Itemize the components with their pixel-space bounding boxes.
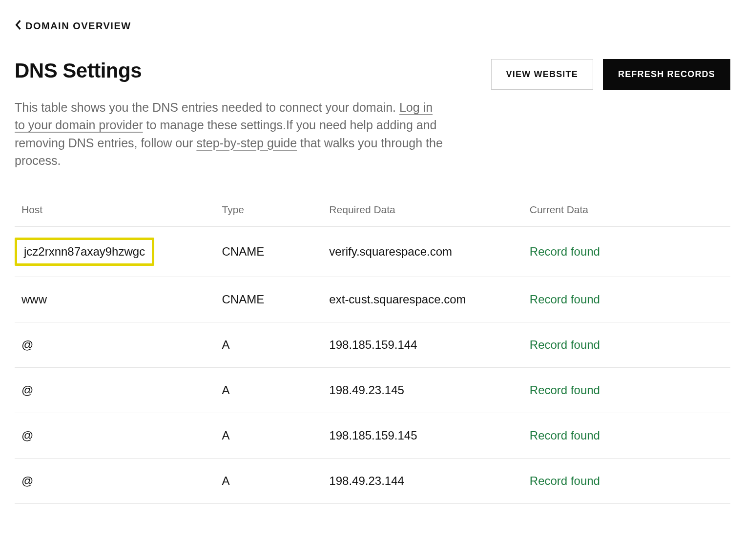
- table-row: jcz2rxnn87axay9hzwgcCNAMEverify.squaresp…: [15, 227, 730, 277]
- cell-host: @: [15, 413, 215, 459]
- view-website-button[interactable]: VIEW WEBSITE: [491, 59, 593, 90]
- cell-current-data: Record found: [523, 277, 730, 322]
- cell-current-data: Record found: [523, 413, 730, 459]
- cell-current-data: Record found: [523, 227, 730, 277]
- cell-type: A: [215, 368, 322, 413]
- cell-current-data: Record found: [523, 459, 730, 504]
- cell-type: A: [215, 459, 322, 504]
- chevron-left-icon: [15, 20, 21, 32]
- cell-required-data: verify.squarespace.com: [322, 227, 522, 277]
- table-row: @A198.49.23.145Record found: [15, 368, 730, 413]
- cell-current-data: Record found: [523, 368, 730, 413]
- dns-records-table: Host Type Required Data Current Data jcz…: [15, 196, 730, 504]
- description-text: This table shows you the DNS entries nee…: [15, 100, 399, 114]
- cell-host: @: [15, 322, 215, 368]
- cell-required-data: 198.49.23.145: [322, 368, 522, 413]
- breadcrumb-back[interactable]: DOMAIN OVERVIEW: [15, 20, 131, 32]
- cell-host: @: [15, 459, 215, 504]
- cell-host: www: [15, 277, 215, 322]
- cell-type: CNAME: [215, 227, 322, 277]
- cell-required-data: 198.185.159.144: [322, 322, 522, 368]
- cell-required-data: 198.185.159.145: [322, 413, 522, 459]
- table-header-required: Required Data: [322, 196, 522, 227]
- table-header-current: Current Data: [523, 196, 730, 227]
- table-header-host: Host: [15, 196, 215, 227]
- table-row: @A198.185.159.144Record found: [15, 322, 730, 368]
- page-description: This table shows you the DNS entries nee…: [15, 99, 444, 169]
- header-row: DNS Settings VIEW WEBSITE REFRESH RECORD…: [15, 59, 730, 90]
- table-header-type: Type: [215, 196, 322, 227]
- cell-type: CNAME: [215, 277, 322, 322]
- page-title: DNS Settings: [15, 59, 142, 82]
- cell-type: A: [215, 322, 322, 368]
- breadcrumb-label: DOMAIN OVERVIEW: [25, 20, 131, 32]
- step-by-step-guide-link[interactable]: step-by-step guide: [196, 136, 297, 150]
- cell-current-data: Record found: [523, 322, 730, 368]
- cell-host: @: [15, 368, 215, 413]
- cell-host: jcz2rxnn87axay9hzwgc: [15, 227, 215, 277]
- highlighted-host: jcz2rxnn87axay9hzwgc: [15, 238, 154, 266]
- table-row: @A198.49.23.144Record found: [15, 459, 730, 504]
- cell-required-data: ext-cust.squarespace.com: [322, 277, 522, 322]
- refresh-records-button[interactable]: REFRESH RECORDS: [603, 59, 730, 90]
- cell-required-data: 198.49.23.144: [322, 459, 522, 504]
- cell-type: A: [215, 413, 322, 459]
- table-row: wwwCNAMEext-cust.squarespace.comRecord f…: [15, 277, 730, 322]
- header-buttons: VIEW WEBSITE REFRESH RECORDS: [491, 59, 730, 90]
- table-row: @A198.185.159.145Record found: [15, 413, 730, 459]
